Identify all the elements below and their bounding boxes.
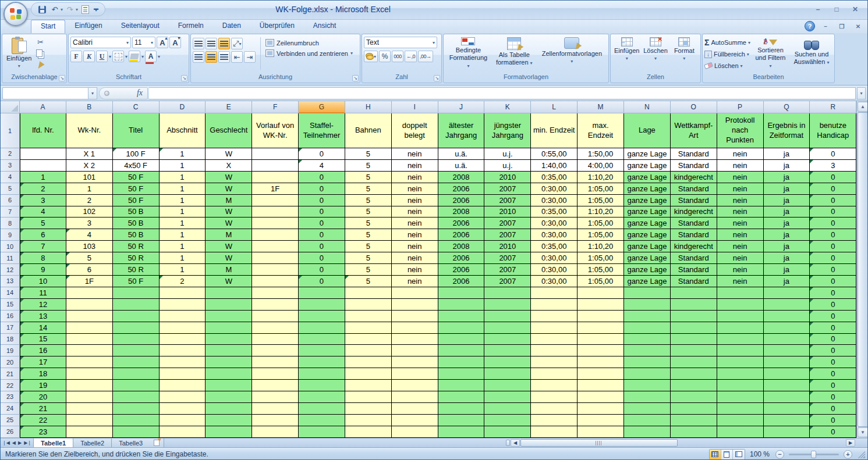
cell-B16[interactable] bbox=[66, 311, 113, 322]
align-left-button[interactable] bbox=[193, 51, 204, 63]
cell-R7[interactable]: 0 bbox=[810, 206, 856, 218]
row-header-8[interactable]: 8 bbox=[1, 217, 20, 229]
page-break-view-button[interactable] bbox=[733, 450, 745, 459]
cell-L21[interactable] bbox=[531, 368, 578, 380]
tab-ansicht[interactable]: Ansicht bbox=[304, 20, 345, 33]
column-header-R[interactable]: R bbox=[810, 101, 856, 113]
cell-B11[interactable]: 5 bbox=[66, 252, 113, 264]
cell-H4[interactable]: 5 bbox=[345, 172, 392, 183]
row-header-23[interactable]: 23 bbox=[1, 391, 20, 403]
cell-O14[interactable] bbox=[671, 287, 717, 299]
italic-button[interactable]: K bbox=[83, 51, 95, 62]
cell-A5[interactable]: 2 bbox=[20, 183, 66, 195]
row-header-13[interactable]: 13 bbox=[1, 276, 20, 287]
cell-A24[interactable]: 21 bbox=[20, 403, 66, 415]
bottom-align-button[interactable] bbox=[218, 38, 230, 49]
cell-R26[interactable]: 0 bbox=[810, 426, 856, 438]
cell-O23[interactable] bbox=[671, 391, 717, 403]
cell-I3[interactable]: nein bbox=[392, 160, 438, 172]
cell-M2[interactable]: 1:50,00 bbox=[578, 148, 624, 160]
cell-D23[interactable] bbox=[160, 391, 206, 403]
clear-button[interactable]: Löschen▾ bbox=[704, 60, 750, 71]
cell-D14[interactable] bbox=[160, 287, 206, 299]
cell-R12[interactable]: 0 bbox=[810, 264, 856, 276]
cell-P8[interactable]: nein bbox=[717, 217, 764, 229]
cell-K21[interactable] bbox=[484, 368, 531, 380]
column-header-L[interactable]: L bbox=[531, 101, 578, 113]
cell-P21[interactable] bbox=[717, 368, 764, 380]
row-header-25[interactable]: 25 bbox=[1, 415, 20, 426]
sheet-tab-tabelle3[interactable]: Tabelle3 bbox=[111, 438, 150, 447]
cell-H21[interactable] bbox=[345, 368, 392, 380]
cell-C14[interactable] bbox=[113, 287, 160, 299]
column-header-H[interactable]: H bbox=[345, 101, 392, 113]
cell-L19[interactable] bbox=[531, 345, 578, 356]
cell-G13[interactable]: 0 bbox=[299, 276, 345, 287]
cell-H6[interactable]: 5 bbox=[345, 195, 392, 206]
cell-G24[interactable] bbox=[299, 403, 345, 415]
sheet-tab-tabelle2[interactable]: Tabelle2 bbox=[73, 438, 112, 447]
cell-H26[interactable] bbox=[345, 426, 392, 438]
cell-F23[interactable] bbox=[252, 391, 299, 403]
zoom-in-button[interactable]: + bbox=[844, 450, 852, 459]
cell-F7[interactable] bbox=[252, 206, 299, 218]
cell-K3[interactable]: u.j. bbox=[484, 160, 531, 172]
cell-L17[interactable] bbox=[531, 322, 578, 334]
cell-I1[interactable]: doppelt belegt bbox=[392, 113, 438, 148]
column-header-O[interactable]: O bbox=[671, 101, 717, 113]
cell-R16[interactable]: 0 bbox=[810, 311, 856, 322]
decrease-indent-button[interactable]: ⇤ bbox=[231, 51, 243, 63]
column-header-J[interactable]: J bbox=[438, 101, 485, 113]
cell-J15[interactable] bbox=[438, 299, 485, 311]
cell-F20[interactable] bbox=[252, 356, 299, 368]
cell-J7[interactable]: 2008 bbox=[438, 206, 485, 218]
cell-N10[interactable]: ganze Lage bbox=[624, 241, 671, 252]
cell-O3[interactable]: Standard bbox=[671, 160, 717, 172]
cell-P23[interactable] bbox=[717, 391, 764, 403]
cell-L23[interactable] bbox=[531, 391, 578, 403]
cell-A20[interactable]: 17 bbox=[20, 356, 66, 368]
cell-O24[interactable] bbox=[671, 403, 717, 415]
cell-G12[interactable]: 0 bbox=[299, 264, 345, 276]
office-button[interactable] bbox=[3, 2, 28, 26]
tab-ueberpruefen[interactable]: Überprüfen bbox=[250, 20, 304, 33]
cell-B3[interactable]: X 2 bbox=[66, 160, 113, 172]
cell-N23[interactable] bbox=[624, 391, 671, 403]
cell-B23[interactable] bbox=[66, 391, 113, 403]
cell-J19[interactable] bbox=[438, 345, 485, 356]
cell-D1[interactable]: Abschnitt bbox=[160, 113, 206, 148]
cell-R5[interactable]: 0 bbox=[810, 183, 856, 195]
cell-H23[interactable] bbox=[345, 391, 392, 403]
decrease-decimal-button[interactable]: ,00→ bbox=[418, 51, 433, 62]
cell-L12[interactable]: 0:30,00 bbox=[531, 264, 578, 276]
cell-P15[interactable] bbox=[717, 299, 764, 311]
cell-E12[interactable]: M bbox=[206, 264, 252, 276]
cell-A22[interactable]: 19 bbox=[20, 380, 66, 391]
cell-K5[interactable]: 2007 bbox=[484, 183, 531, 195]
cell-C25[interactable] bbox=[113, 415, 160, 426]
cell-J24[interactable] bbox=[438, 403, 485, 415]
cell-I23[interactable] bbox=[392, 391, 438, 403]
cell-K11[interactable]: 2007 bbox=[484, 252, 531, 264]
cell-Q4[interactable]: ja bbox=[764, 172, 810, 183]
cell-K8[interactable]: 2007 bbox=[484, 217, 531, 229]
cell-Q3[interactable]: ja bbox=[764, 160, 810, 172]
cell-K1[interactable]: jüngster Jahrgang bbox=[484, 113, 531, 148]
page-layout-view-button[interactable] bbox=[721, 450, 733, 459]
cell-D15[interactable] bbox=[160, 299, 206, 311]
cell-G7[interactable]: 0 bbox=[299, 206, 345, 218]
cell-L13[interactable]: 0:30,00 bbox=[531, 276, 578, 287]
cell-K19[interactable] bbox=[484, 345, 531, 356]
next-sheet-button[interactable]: ▶ bbox=[18, 440, 22, 445]
cell-B5[interactable]: 1 bbox=[66, 183, 113, 195]
cell-K4[interactable]: 2010 bbox=[484, 172, 531, 183]
help-button[interactable]: ? bbox=[805, 21, 815, 31]
cell-F8[interactable] bbox=[252, 217, 299, 229]
cell-E13[interactable]: W bbox=[206, 276, 252, 287]
cell-K17[interactable] bbox=[484, 322, 531, 334]
cell-H24[interactable] bbox=[345, 403, 392, 415]
cell-G25[interactable] bbox=[299, 415, 345, 426]
cell-C20[interactable] bbox=[113, 356, 160, 368]
cell-P20[interactable] bbox=[717, 356, 764, 368]
cell-N22[interactable] bbox=[624, 380, 671, 391]
